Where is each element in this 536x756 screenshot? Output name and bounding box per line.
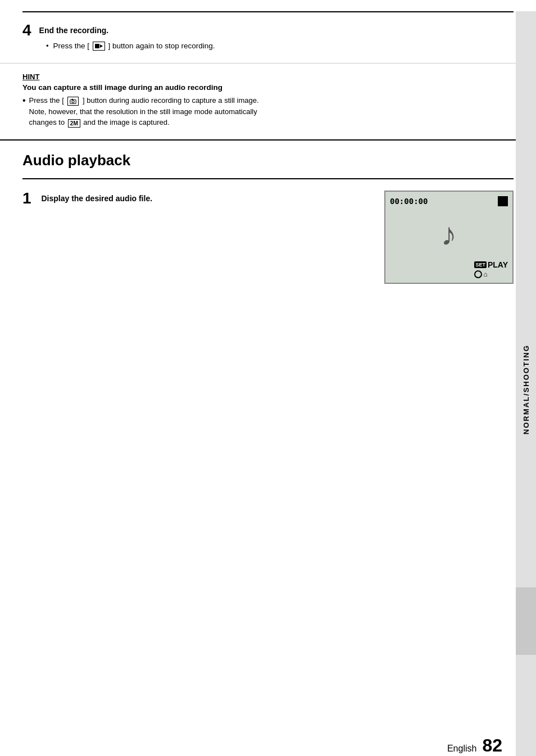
play-indicator: SET PLAY ⌂ bbox=[474, 260, 508, 278]
lcd-time: 00:00:00 bbox=[390, 197, 428, 206]
hint-label: HINT bbox=[22, 73, 514, 81]
lcd-top-bar: 00:00:00 bbox=[390, 196, 508, 206]
play-label: PLAY bbox=[488, 260, 508, 269]
sidebar-gray-block bbox=[516, 587, 536, 655]
step4-bullet: • Press the [ ] button again to stop rec… bbox=[46, 42, 514, 51]
set-badge: SET bbox=[474, 261, 487, 268]
audio-section: Audio playback 1 Display the desired aud… bbox=[0, 141, 536, 284]
resolution-badge: 2M bbox=[68, 119, 80, 128]
hint-subtitle: You can capture a still image during an … bbox=[22, 83, 514, 92]
step1-row: 1 Display the desired audio file. 00:00:… bbox=[22, 191, 514, 284]
step1-title: Display the desired audio file. bbox=[41, 194, 152, 203]
svg-marker-1 bbox=[100, 44, 103, 48]
step4-number: 4 bbox=[22, 22, 31, 38]
hint-section: HINT You can capture a still image durin… bbox=[0, 64, 536, 141]
page-container: 4 End the recording. • Press the [ ] but… bbox=[0, 11, 536, 756]
step4-title: End the recording. bbox=[39, 26, 109, 35]
step4-bullet-text: Press the [ ] button again to stop recor… bbox=[53, 42, 215, 51]
section-title: Audio playback bbox=[22, 152, 514, 169]
lcd-screen: 00:00:00 ♪ SET PLAY ⌂ bbox=[384, 191, 514, 284]
music-note-icon: ♪ bbox=[441, 219, 457, 250]
step4-header: 4 End the recording. bbox=[22, 22, 514, 38]
footer-page-number: 82 bbox=[482, 735, 502, 756]
page-footer: English 82 bbox=[0, 735, 536, 756]
circle-icon bbox=[474, 270, 482, 278]
section-rule bbox=[22, 178, 514, 179]
home-icon: ⌂ bbox=[483, 270, 487, 278]
svg-rect-4 bbox=[72, 99, 74, 100]
sidebar-label: NORMAL/SHOOTING bbox=[522, 345, 530, 434]
step4-content: • Press the [ ] button again to stop rec… bbox=[22, 42, 514, 51]
lcd-music-area: ♪ bbox=[390, 212, 508, 257]
lcd-bottom-bar: SET PLAY ⌂ bbox=[390, 260, 508, 278]
video-record-icon bbox=[93, 42, 105, 51]
hint-bullet-dot: • bbox=[22, 95, 26, 106]
camera-icon bbox=[67, 97, 79, 106]
bullet-dot: • bbox=[46, 42, 49, 50]
step1-number: 1 bbox=[22, 191, 31, 206]
footer-language: English bbox=[447, 744, 476, 754]
step1-text: 1 Display the desired audio file. bbox=[22, 191, 367, 206]
step4-section: 4 End the recording. • Press the [ ] but… bbox=[0, 12, 536, 64]
lcd-stop-button bbox=[498, 196, 508, 206]
hint-bullet: • Press the [ ] button during audio reco… bbox=[22, 95, 514, 128]
svg-point-3 bbox=[72, 101, 74, 103]
play-icons: ⌂ bbox=[474, 270, 508, 278]
hint-text: Press the [ ] button during audio record… bbox=[29, 95, 259, 128]
svg-rect-0 bbox=[95, 44, 99, 48]
